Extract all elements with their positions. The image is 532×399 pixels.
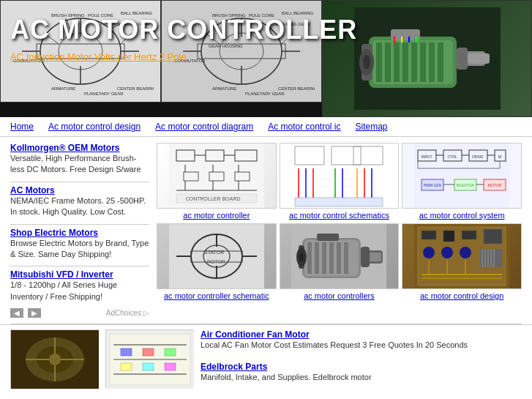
- grid-label-3[interactable]: ac motor control system: [402, 210, 522, 220]
- svg-text:PLANETARY GEAR: PLANETARY GEAR: [84, 92, 124, 96]
- svg-rect-125: [315, 242, 319, 274]
- svg-rect-170: [165, 348, 176, 356]
- svg-rect-168: [121, 348, 132, 356]
- svg-point-144: [441, 247, 453, 258]
- bottom-ad-1: Air Conditioner Fan Motor Local AC Fan M…: [201, 329, 522, 351]
- svg-rect-171: [121, 363, 132, 370]
- svg-rect-127: [329, 242, 334, 274]
- center-grid: CONTROLLER BOARD ac motor controller: [157, 143, 522, 318]
- motor-svg-5: [291, 223, 386, 289]
- svg-text:ARMATURE: ARMATURE: [51, 86, 75, 91]
- nav-home[interactable]: Home: [10, 122, 34, 132]
- nav-ic[interactable]: Ac motor control ic: [268, 122, 340, 132]
- svg-rect-45: [468, 53, 490, 64]
- left-sidebar: Kollmorgen® OEM Motors Versatile, High P…: [10, 143, 149, 318]
- svg-rect-141: [462, 231, 476, 239]
- ad-title-1[interactable]: Kollmorgen® OEM Motors: [10, 143, 149, 153]
- divider-1: [10, 182, 149, 182]
- svg-rect-43: [438, 42, 443, 82]
- svg-text:CENTER BEARING HOLDER: CENTER BEARING HOLDER: [278, 86, 315, 91]
- svg-text:CENTER BEARING HOLDER: CENTER BEARING HOLDER: [117, 86, 154, 91]
- bottom-ad-title-1[interactable]: Air Conditioner Fan Motor: [201, 329, 522, 340]
- bottom-ad-desc-2: Manifold, Intake, and Supplies. Edelbroc…: [201, 372, 522, 383]
- schematic-svg-2: [291, 143, 386, 209]
- svg-rect-36: [376, 42, 382, 82]
- svg-point-143: [423, 247, 435, 258]
- svg-rect-37: [385, 42, 391, 82]
- grid-label-2[interactable]: ac motor control schematics: [280, 210, 400, 220]
- divider-2: [10, 224, 149, 225]
- bottom-ad-2: Edelbrock Parts Manifold, Intake, and Su…: [201, 362, 522, 383]
- svg-text:ARMATURE: ARMATURE: [212, 86, 236, 91]
- svg-text:PLANETARY GEAR: PLANETARY GEAR: [245, 92, 285, 96]
- svg-rect-132: [361, 247, 370, 267]
- divider-3: [10, 266, 149, 266]
- svg-rect-172: [143, 363, 154, 370]
- ad-item-4: Mitsubishi VFD / Inverter 1/8 - 1200hp /…: [10, 269, 149, 302]
- nav-sitemap[interactable]: Sitemap: [356, 122, 388, 132]
- nav-diagram[interactable]: Ac motor control diagram: [155, 122, 253, 132]
- ad-choices-label[interactable]: AdChoices ▷: [106, 309, 149, 317]
- svg-text:INVERTER: INVERTER: [457, 183, 476, 187]
- grid-img-1: CONTROLLER BOARD: [157, 143, 277, 209]
- ad-desc-1: Versatile, High Performance Brush- less …: [10, 154, 141, 174]
- svg-text:MOTOR: MOTOR: [488, 183, 502, 187]
- grid-item-2: ac motor control schematics: [280, 143, 400, 220]
- grid-img-6: [402, 223, 522, 289]
- grid-label-4[interactable]: ac motor controller schematic: [157, 291, 277, 301]
- svg-rect-142: [484, 229, 502, 244]
- svg-rect-136: [317, 234, 339, 241]
- ad-title-2[interactable]: AC Motors: [10, 185, 149, 195]
- ad-desc-4: 1/8 - 1200hp / All Series Huge Inventory…: [10, 280, 117, 300]
- ad-item-3: Shop Electric Motors Browse Electric Mot…: [10, 228, 149, 261]
- svg-point-162: [49, 354, 61, 365]
- header-banner: AC MOTOR CONTROLLER AC Induction Motor V…: [0, 0, 532, 117]
- svg-rect-128: [337, 242, 341, 274]
- bottom-img-2: [105, 329, 193, 388]
- header-subtitle[interactable]: AC Induction Motor Volts per Hertz 2 Pol…: [10, 51, 187, 62]
- grid-item-6: ac motor control design: [402, 223, 522, 301]
- grid-top-row: CONTROLLER BOARD ac motor controller: [157, 143, 522, 220]
- bottom-ad-desc-1: Local AC Fan Motor Cost Estimates Reques…: [201, 340, 522, 351]
- motor-photo-svg: [354, 7, 501, 110]
- svg-text:ROTOR: ROTOR: [207, 259, 225, 264]
- grid-item-1: CONTROLLER BOARD ac motor controller: [157, 143, 277, 220]
- board-svg-6: [414, 223, 509, 289]
- svg-text:CTRL: CTRL: [448, 154, 457, 159]
- svg-point-135: [299, 253, 304, 261]
- nav-design[interactable]: Ac motor control design: [48, 122, 141, 132]
- grid-img-4: STATOR ROTOR: [157, 223, 277, 289]
- svg-point-49: [363, 55, 370, 70]
- svg-rect-41: [420, 42, 426, 82]
- motor-svg-4: STATOR ROTOR: [169, 223, 264, 289]
- svg-text:M: M: [498, 154, 501, 159]
- svg-rect-126: [322, 242, 326, 274]
- ad-desc-3: Browse Electric Motors by Brand, Type & …: [10, 239, 149, 258]
- bottom-img-1: [10, 329, 98, 388]
- svg-text:DRIVE: DRIVE: [473, 154, 484, 159]
- bottom-section: Air Conditioner Fan Motor Local AC Fan M…: [0, 324, 532, 394]
- svg-rect-139: [422, 231, 436, 239]
- grid-img-3: INPUT CTRL DRIVE M: [402, 143, 522, 209]
- svg-text:PWM GEN: PWM GEN: [424, 183, 442, 187]
- ad-next-button[interactable]: ▶: [28, 308, 41, 318]
- svg-rect-124: [307, 242, 312, 274]
- bottom-svg-2: [106, 330, 194, 389]
- ad-title-3[interactable]: Shop Electric Motors: [10, 228, 149, 238]
- bottom-ad-title-2[interactable]: Edelbrock Parts: [201, 362, 522, 372]
- grid-label-5[interactable]: ac motor controllers: [280, 291, 400, 301]
- svg-point-145: [460, 247, 471, 258]
- grid-item-4: STATOR ROTOR ac motor controller schemat…: [157, 223, 277, 301]
- svg-rect-42: [429, 42, 435, 82]
- ad-item-1: Kollmorgen® OEM Motors Versatile, High P…: [10, 143, 149, 176]
- page-title: AC MOTOR CONTROLLER: [10, 15, 357, 45]
- ad-desc-2: NEMA/IEC Frame Motors. 25 -500HP. In sto…: [10, 196, 146, 216]
- schematic-svg-3: INPUT CTRL DRIVE M: [414, 143, 509, 209]
- grid-img-5: [280, 223, 400, 289]
- grid-label-6[interactable]: ac motor control design: [402, 291, 522, 301]
- svg-rect-46: [457, 48, 468, 70]
- grid-item-3: INPUT CTRL DRIVE M: [402, 143, 522, 220]
- grid-label-1[interactable]: ac motor controller: [157, 210, 277, 220]
- ad-prev-button[interactable]: ◀: [10, 308, 23, 318]
- ad-title-4[interactable]: Mitsubishi VFD / Inverter: [10, 269, 149, 280]
